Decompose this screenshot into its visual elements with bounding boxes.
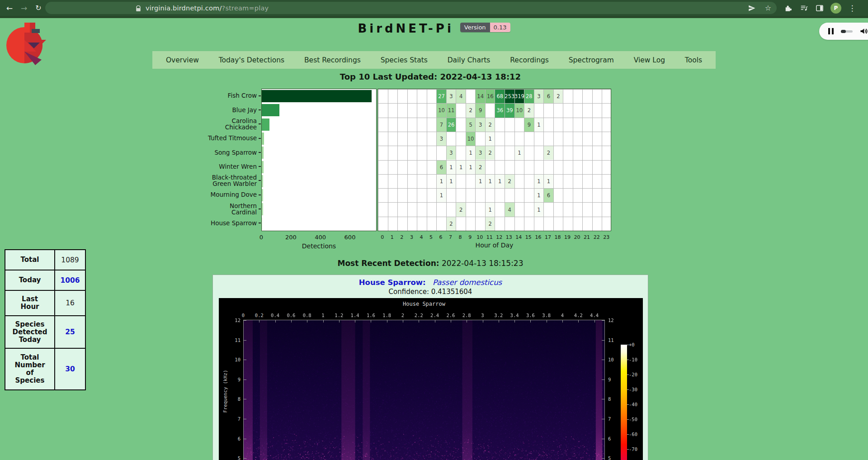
hour-axis-tick: 20	[574, 234, 580, 240]
heat-cell-h11-carolina-chickadee: 2	[486, 118, 495, 132]
spectro-y-mark	[602, 360, 604, 360]
heat-cell-h16-black-throated-green-warbler: 1	[534, 175, 544, 188]
heat-cell-h7-song-sparrow: 3	[447, 146, 456, 160]
audio-player[interactable]	[819, 23, 868, 40]
spectro-y-mark	[602, 340, 604, 341]
hour-axis-tick: 22	[594, 234, 600, 240]
hour-axis-tick: 8	[459, 234, 462, 240]
heat-cell-h13-fish-crow: 253	[505, 90, 514, 103]
species-tick	[259, 109, 261, 110]
colorbar-mark	[627, 434, 629, 435]
heat-cell-h11-tufted-titmouse: 1	[486, 132, 495, 146]
bar-song-sparrow	[262, 147, 264, 159]
species-label-blue-jay: Blue Jay	[177, 103, 257, 117]
bar-winter-wren	[262, 161, 264, 173]
hour-axis-tick: 2	[400, 234, 403, 240]
nav-item-best-recordings[interactable]: Best Recordings	[304, 56, 361, 64]
hour-axis-tick: 23	[603, 234, 609, 240]
hour-axis-tick: 12	[496, 234, 502, 240]
spectro-y-mark	[244, 439, 246, 439]
heat-cell-h7-carolina-chickadee: 26	[447, 118, 456, 132]
spectro-x-tick: 2.2	[415, 313, 423, 318]
heat-cell-h9-song-sparrow: 1	[466, 146, 476, 160]
colorbar-tick: -20	[629, 372, 637, 377]
spectro-x-mark	[594, 320, 595, 322]
nav-item-today-s-detections[interactable]: Today's Detections	[219, 56, 284, 64]
colorbar-tick: -10	[629, 357, 637, 362]
spectro-x-mark	[530, 320, 531, 322]
spectro-x-mark	[467, 320, 467, 322]
spectro-x-mark	[562, 320, 563, 322]
heat-cell-h11-fish-crow: 16	[486, 90, 495, 103]
spectro-x-tick: 3	[481, 313, 484, 318]
side-panel-icon[interactable]	[815, 3, 825, 13]
spectro-x-tick: 1.4	[351, 313, 359, 318]
detection-latin-name: Passer domesticus	[433, 278, 502, 287]
colorbar-mark	[627, 404, 629, 405]
spectrogram-plot-area	[243, 320, 605, 460]
heat-cell-h11-black-throated-green-warbler: 1	[486, 175, 495, 188]
heat-cell-h6-black-throated-green-warbler: 1	[437, 175, 446, 188]
nav-item-daily-charts[interactable]: Daily Charts	[448, 56, 491, 64]
species-label-winter-wren: Winter Wren	[177, 160, 257, 174]
nav-item-species-stats[interactable]: Species Stats	[381, 56, 428, 64]
media-controls-icon[interactable]	[799, 3, 809, 13]
recent-label: Most Recent Detection:	[337, 259, 439, 268]
hour-axis-tick: 18	[554, 234, 561, 240]
spectrogram-title: House Sparrow	[243, 301, 605, 307]
colorbar-tick: -30	[629, 387, 637, 392]
spectro-x-tick: 1.6	[367, 313, 375, 318]
pause-button[interactable]	[828, 28, 834, 34]
nav-item-view-log[interactable]: View Log	[634, 56, 665, 64]
volume-icon[interactable]	[859, 27, 868, 36]
stats-value-total-number-of-species[interactable]: 30	[55, 348, 85, 390]
heat-cell-h6-fish-crow: 27	[437, 90, 446, 103]
stats-value-species-detected-today[interactable]: 25	[55, 316, 85, 348]
heat-cell-h15-blue-jay: 2	[524, 104, 534, 117]
species-tick	[259, 180, 261, 181]
nav-item-spectrogram[interactable]: Spectrogram	[569, 56, 614, 64]
species-label-carolina-chickadee: Carolina Chickadee	[177, 117, 257, 131]
colorbar-mark	[627, 360, 629, 360]
seek-slider[interactable]	[841, 30, 853, 33]
reload-button[interactable]: ↻	[32, 0, 45, 16]
spectro-x-mark	[275, 320, 276, 322]
detection-common-name[interactable]: House Sparrow:	[359, 278, 426, 287]
spectro-y-mark	[244, 360, 246, 360]
nav-item-tools[interactable]: Tools	[685, 56, 702, 64]
nav-item-recordings[interactable]: Recordings	[510, 56, 549, 64]
bookmark-star-icon[interactable]: ☆	[763, 3, 773, 13]
species-tick	[259, 166, 261, 167]
nav-item-overview[interactable]: Overview	[166, 56, 199, 64]
hour-axis-tick: 6	[439, 234, 443, 240]
browser-menu-icon[interactable]: ⋮	[847, 3, 857, 13]
heat-cell-h8-fish-crow: 4	[456, 90, 466, 103]
back-button[interactable]: ←	[3, 0, 16, 16]
share-icon[interactable]	[747, 3, 757, 13]
extensions-puzzle-icon[interactable]	[783, 3, 793, 13]
spectro-y-mark	[244, 320, 246, 321]
heat-cell-h17-fish-crow: 6	[544, 90, 553, 103]
forward-button[interactable]: →	[17, 0, 31, 16]
profile-avatar[interactable]: P	[830, 3, 841, 14]
heat-cell-h10-fish-crow: 14	[476, 90, 485, 103]
stats-value-today[interactable]: 1006	[55, 270, 85, 290]
spectro-y-mark	[602, 379, 604, 380]
heat-cell-h6-tufted-titmouse: 3	[437, 132, 446, 146]
spectro-x-tick: 0.6	[287, 313, 295, 318]
spectro-x-mark	[339, 320, 340, 322]
hour-axis-label: Hour of Day	[377, 242, 611, 249]
spectro-x-tick: 2.8	[462, 313, 471, 318]
spectro-y-mark	[244, 399, 246, 399]
spectro-y-mark	[602, 458, 604, 459]
heat-cell-h15-carolina-chickadee: 9	[524, 118, 534, 132]
spectro-y-tick-right: 7	[608, 416, 611, 422]
hour-axis-tick: 1	[391, 234, 394, 240]
heat-cell-h11-northern-cardinal: 1	[486, 203, 495, 216]
address-bar[interactable]: virginia.birdnetpi.com/?stream=play ☆	[45, 2, 777, 14]
spectrogram-image: House Sparrow Frequency (kHz) 00.20.40.6…	[219, 298, 643, 460]
heat-cell-h17-mourning-dove: 6	[544, 189, 553, 202]
spectro-x-tick: 4.2	[574, 313, 583, 318]
spectro-x-mark	[371, 320, 371, 322]
spectro-x-tick: 2.4	[430, 313, 439, 318]
